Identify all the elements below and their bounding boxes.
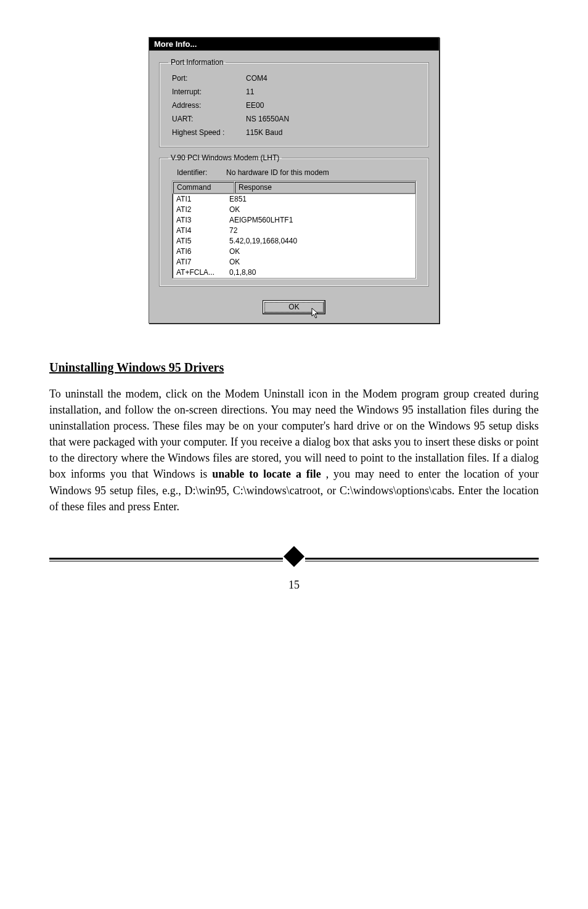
uart-row: UART: NS 16550AN xyxy=(168,112,420,126)
modem-group: V.90 PCI Windows Modem (LHT) Identifier:… xyxy=(159,153,429,287)
dialog-title-bar: More Info... xyxy=(149,38,439,51)
list-row[interactable]: ATI5 5.42,0,19,1668,0440 xyxy=(173,236,415,247)
list-cell-response: OK xyxy=(229,247,412,257)
list-row[interactable]: ATI2 OK xyxy=(173,205,415,215)
cursor-icon xyxy=(311,308,321,320)
header-command[interactable]: Command xyxy=(173,181,234,194)
list-cell-command: ATI2 xyxy=(176,205,229,215)
port-information-legend: Port Information xyxy=(168,58,226,67)
dialog-client-area: Port Information Port: COM4 Interrupt: 1… xyxy=(149,51,439,323)
list-cell-command: ATI6 xyxy=(176,247,229,257)
list-row[interactable]: AT+FCLA... 0,1,8,80 xyxy=(173,267,415,278)
list-row[interactable]: ATI6 OK xyxy=(173,247,415,257)
list-cell-response: OK xyxy=(229,257,412,267)
screenshot-container: More Info... Port Information Port: COM4… xyxy=(49,37,539,324)
list-cell-response: 0,1,8,80 xyxy=(229,267,412,278)
list-row[interactable]: ATI3 AEIGPM560LHTF1 xyxy=(173,215,415,226)
interrupt-label: Interrupt: xyxy=(168,88,246,96)
interrupt-row: Interrupt: 11 xyxy=(168,85,420,99)
footer-ornament-wrap xyxy=(283,549,305,566)
svg-marker-0 xyxy=(312,308,318,318)
identifier-row: Identifier: No hardware ID for this mode… xyxy=(168,167,420,181)
address-value: EE00 xyxy=(246,101,420,110)
page-footer: 15 xyxy=(49,558,539,607)
interrupt-value: 11 xyxy=(246,88,420,96)
list-row[interactable]: ATI7 OK xyxy=(173,257,415,267)
list-cell-command: AT+FCLA... xyxy=(176,267,229,278)
list-cell-command: ATI5 xyxy=(176,236,229,247)
port-value: COM4 xyxy=(246,74,420,83)
more-info-dialog: More Info... Port Information Port: COM4… xyxy=(149,37,439,324)
highest-speed-value: 115K Baud xyxy=(246,128,420,137)
address-row: Address: EE00 xyxy=(168,99,420,112)
address-label: Address: xyxy=(168,101,246,110)
list-cell-command: ATI1 xyxy=(176,194,229,205)
section-heading: Uninstalling Windows 95 Drivers xyxy=(49,361,539,375)
list-cell-response: 5.42,0,19,1668,0440 xyxy=(229,236,412,247)
identifier-value: No hardware ID for this modem xyxy=(226,168,420,177)
modem-group-legend: V.90 PCI Windows Modem (LHT) xyxy=(168,153,282,162)
paragraph-pre: To uninstall the modem, click on the Mod… xyxy=(49,388,539,480)
list-cell-command: ATI4 xyxy=(176,226,229,236)
at-command-list[interactable]: Command Response ATI1 E851 ATI2 OK xyxy=(172,181,416,279)
list-header: Command Response xyxy=(173,181,415,194)
list-cell-command: ATI3 xyxy=(176,215,229,226)
identifier-label: Identifier: xyxy=(177,168,226,177)
list-body: ATI1 E851 ATI2 OK ATI3 AEIGPM560LHTF1 xyxy=(173,194,415,278)
list-cell-response: E851 xyxy=(229,194,412,205)
uart-label: UART: xyxy=(168,115,246,123)
body-paragraph: To uninstall the modem, click on the Mod… xyxy=(49,386,539,515)
list-cell-response: AEIGPM560LHTF1 xyxy=(229,215,412,226)
dialog-button-row: OK xyxy=(159,293,429,314)
list-cell-response: 72 xyxy=(229,226,412,236)
port-label: Port: xyxy=(168,74,246,83)
port-row: Port: COM4 xyxy=(168,71,420,85)
list-cell-response: OK xyxy=(229,205,412,215)
header-response[interactable]: Response xyxy=(234,181,415,194)
diamond-icon xyxy=(284,546,304,567)
list-row[interactable]: ATI4 72 xyxy=(173,226,415,236)
list-row[interactable]: ATI1 E851 xyxy=(173,194,415,205)
port-information-group: Port Information Port: COM4 Interrupt: 1… xyxy=(159,58,429,147)
list-cell-command: ATI7 xyxy=(176,257,229,267)
document-page: More Info... Port Information Port: COM4… xyxy=(0,0,588,638)
highest-speed-row: Highest Speed : 115K Baud xyxy=(168,126,420,139)
uart-value: NS 16550AN xyxy=(246,115,420,123)
highest-speed-label: Highest Speed : xyxy=(168,128,246,137)
page-number: 15 xyxy=(49,579,539,592)
emphasis-unable-to-locate: unable to locate a file xyxy=(212,468,321,480)
